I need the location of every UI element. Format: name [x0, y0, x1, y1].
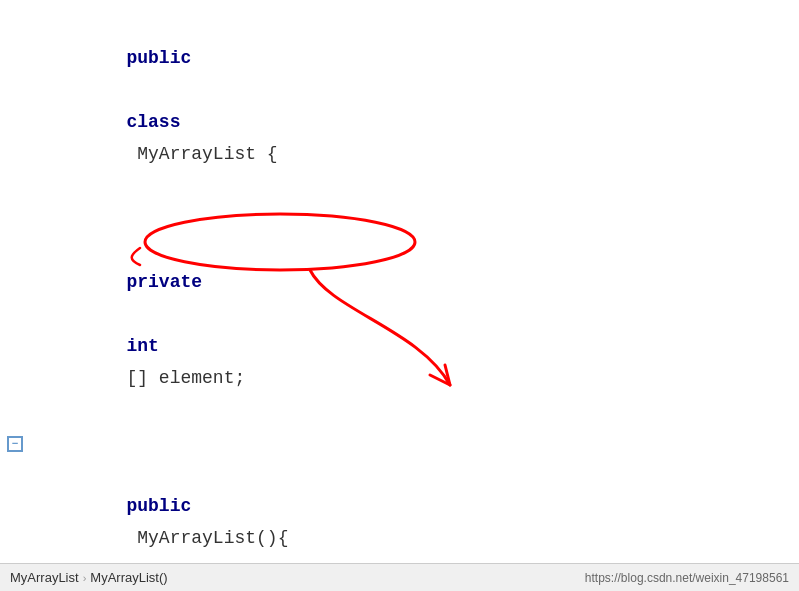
breadcrumb-item-2: MyArrayList() — [90, 570, 167, 585]
kw-public-1: public — [126, 48, 191, 68]
url-hint: https://blog.csdn.net/weixin_47198561 — [585, 571, 789, 585]
code-area[interactable]: public class MyArrayList { private int [… — [0, 0, 799, 563]
kw-class: class — [126, 112, 180, 132]
code-editor: public class MyArrayList { private int [… — [0, 0, 799, 591]
breadcrumb-separator: › — [83, 572, 87, 584]
code-line-1: public class MyArrayList { — [0, 10, 799, 202]
breadcrumb-container: MyArrayList › MyArrayList() — [10, 570, 168, 585]
line-content-3[interactable]: public MyArrayList(){ I — [30, 426, 799, 563]
breadcrumb-item-1: MyArrayList — [10, 570, 79, 585]
code-line-3: − public MyArrayList(){ I — [0, 426, 799, 563]
cursor-indicator: I — [186, 560, 192, 563]
line-content-2[interactable]: private int [] element; — [30, 202, 799, 426]
gutter-3[interactable]: − — [0, 436, 30, 452]
collapse-icon-3[interactable]: − — [7, 436, 23, 452]
type-int-1: int — [126, 336, 158, 356]
line-content-1[interactable]: public class MyArrayList { — [30, 10, 799, 202]
code-line-2: private int [] element; — [0, 202, 799, 426]
kw-public-3: public — [126, 496, 191, 516]
status-bar: MyArrayList › MyArrayList() https://blog… — [0, 563, 799, 591]
kw-private: private — [126, 272, 202, 292]
